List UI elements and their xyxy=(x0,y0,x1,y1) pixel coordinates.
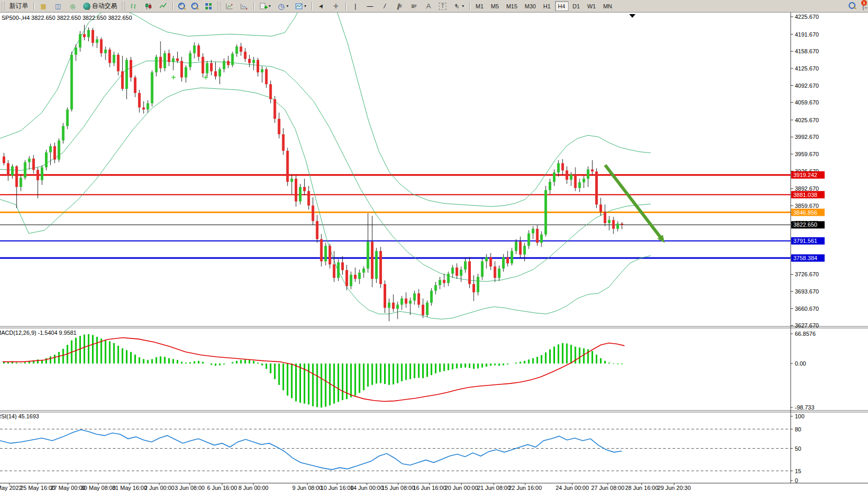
svg-text:80: 80 xyxy=(795,426,801,432)
bar-chart-icon xyxy=(130,2,138,10)
new-chart-icon: ▦ xyxy=(39,2,48,10)
svg-text:3892.670: 3892.670 xyxy=(795,185,819,192)
svg-text:10 Jun 16:00: 10 Jun 16:00 xyxy=(320,485,354,491)
svg-text:3919.242: 3919.242 xyxy=(793,172,817,178)
signals-button[interactable]: ◎ xyxy=(66,1,79,11)
horizontal-line-button[interactable]: — xyxy=(363,1,377,11)
main-toolbar: 新订单 ▦ ◫ ◎ 自动交易 + − ▾ ◷▾ ▾ ➤ ✛ | — / ∥E ≡… xyxy=(0,0,868,13)
arrange-charts-button[interactable] xyxy=(223,1,236,11)
vertical-line-icon: | xyxy=(351,2,360,10)
svg-text:4191.670: 4191.670 xyxy=(795,31,819,38)
toolbar-grip[interactable] xyxy=(122,2,125,10)
mt4-window: { "toolbar": { "new_order": "新订单", "auto… xyxy=(0,0,868,492)
svg-text:9 Jun 08:00: 9 Jun 08:00 xyxy=(292,485,322,491)
tile-windows-button[interactable] xyxy=(202,1,215,11)
cascade-charts-button[interactable] xyxy=(237,1,251,11)
svg-text:29 Jun 20:30: 29 Jun 20:30 xyxy=(657,485,691,491)
zoom-out-icon: − xyxy=(191,3,198,9)
toolbar-separator xyxy=(253,2,254,10)
crosshair-button[interactable]: ✛ xyxy=(329,1,343,11)
svg-text:16 Jun 16:00: 16 Jun 16:00 xyxy=(413,485,446,491)
notification-badge: 1 xyxy=(861,0,867,6)
tab-timeframe-H4[interactable]: H4 xyxy=(555,1,569,11)
chevron-down-icon[interactable]: ▾ xyxy=(286,4,288,8)
periods-button[interactable]: ◷▾ xyxy=(274,1,291,11)
svg-text:3693.670: 3693.670 xyxy=(795,288,819,295)
svg-text:14 Jun 00:00: 14 Jun 00:00 xyxy=(350,485,384,491)
fibonacci-icon: ≡F xyxy=(410,2,418,10)
svg-text:0: 0 xyxy=(795,477,798,484)
svg-text:25 May 16:00: 25 May 16:00 xyxy=(20,485,55,491)
arrange-charts-icon xyxy=(225,2,234,10)
tab-timeframe-M15[interactable]: M15 xyxy=(503,1,520,11)
svg-text:3846.856: 3846.856 xyxy=(793,209,817,216)
fibonacci-button[interactable]: ≡F xyxy=(407,1,421,11)
svg-text:3 Jun 08:00: 3 Jun 08:00 xyxy=(175,485,205,491)
autotrade-button[interactable]: 自动交易 xyxy=(80,1,120,11)
chart-template-button[interactable]: ▾ xyxy=(292,1,309,11)
cursor-icon: ➤ xyxy=(316,1,327,12)
svg-text:27 May 00:00: 27 May 00:00 xyxy=(51,485,86,491)
chat-button[interactable]: 1 xyxy=(863,3,864,10)
svg-text:28 Jun 16:00: 28 Jun 16:00 xyxy=(625,485,658,491)
new-chart-button[interactable]: ▦ xyxy=(37,1,50,11)
tab-timeframe-M30[interactable]: M30 xyxy=(522,1,539,11)
svg-text:31 May 16:00: 31 May 16:00 xyxy=(112,485,147,491)
text-button[interactable]: A xyxy=(422,1,435,11)
svg-text:May 2022: May 2022 xyxy=(0,485,22,491)
svg-text:50: 50 xyxy=(795,446,801,452)
svg-text:4025.670: 4025.670 xyxy=(795,117,819,123)
svg-text:66.8576: 66.8576 xyxy=(795,331,816,337)
arrows-button[interactable]: ▾ xyxy=(450,1,467,11)
tab-timeframe-M5[interactable]: M5 xyxy=(488,1,502,11)
trendline-button[interactable]: / xyxy=(378,1,391,11)
bar-chart-button[interactable] xyxy=(127,1,141,11)
chart-graphics: 4225.6704191.6704158.6704125.6704092.670… xyxy=(0,0,868,492)
chevron-down-icon[interactable]: ▾ xyxy=(269,4,271,8)
equidistant-channel-button[interactable]: ∥E xyxy=(392,1,406,11)
chevron-down-icon[interactable]: ▾ xyxy=(462,4,464,8)
svg-text:-98.733: -98.733 xyxy=(795,404,814,411)
vertical-line-button[interactable]: | xyxy=(349,1,362,11)
line-chart-button[interactable] xyxy=(156,1,170,11)
svg-text:27 Jun 08:00: 27 Jun 08:00 xyxy=(591,485,624,491)
cascade-charts-icon xyxy=(240,2,248,10)
line-chart-icon xyxy=(159,2,167,10)
chart-title: SP500-,H4 3822.650 3822.650 3822.650 382… xyxy=(2,15,132,21)
svg-text:4225.670: 4225.670 xyxy=(795,14,819,20)
rsi-label: RSI(14) 45.1693 xyxy=(0,413,39,419)
crosshair-icon: ✛ xyxy=(332,2,340,10)
arrows-icon xyxy=(453,2,461,10)
tab-timeframe-MN[interactable]: MN xyxy=(600,1,615,11)
toolbar-separator xyxy=(345,2,346,10)
text-label-icon: T xyxy=(439,3,446,10)
text-label-button[interactable]: T xyxy=(436,1,449,11)
svg-text:3822.650: 3822.650 xyxy=(793,221,817,228)
svg-text:3758.384: 3758.384 xyxy=(793,255,817,261)
add-indicator-button[interactable]: ▾ xyxy=(257,1,273,11)
tab-timeframe-H1[interactable]: H1 xyxy=(540,1,553,11)
tab-timeframe-W1[interactable]: W1 xyxy=(584,1,599,11)
toolbar-grip[interactable] xyxy=(217,2,221,10)
candlestick-chart-icon xyxy=(144,2,153,10)
toolbar-grip[interactable] xyxy=(2,2,5,10)
svg-text:4059.670: 4059.670 xyxy=(795,99,819,106)
cursor-button[interactable]: ➤ xyxy=(315,1,328,11)
svg-text:22 Jun 16:00: 22 Jun 16:00 xyxy=(508,485,542,491)
svg-text:3726.670: 3726.670 xyxy=(795,271,819,277)
profiles-button[interactable]: ◫ xyxy=(51,1,65,11)
equidistant-channel-icon: ∥E xyxy=(395,2,403,10)
chevron-down-icon[interactable]: ▾ xyxy=(304,4,306,8)
tab-timeframe-M1[interactable]: M1 xyxy=(472,1,487,11)
trendline-icon: / xyxy=(380,2,389,10)
candlestick-chart-button[interactable] xyxy=(142,1,155,11)
toolbar-separator xyxy=(311,2,312,10)
zoom-in-button[interactable]: + xyxy=(176,1,188,11)
search-button[interactable] xyxy=(849,2,855,10)
tile-windows-icon xyxy=(204,2,213,10)
tab-timeframe-D1[interactable]: D1 xyxy=(570,1,583,11)
new-order-button[interactable]: 新订单 xyxy=(7,1,31,11)
zoom-out-button[interactable]: − xyxy=(189,1,201,11)
horizontal-line-icon: — xyxy=(366,2,374,10)
svg-text:3881.038: 3881.038 xyxy=(793,192,817,198)
